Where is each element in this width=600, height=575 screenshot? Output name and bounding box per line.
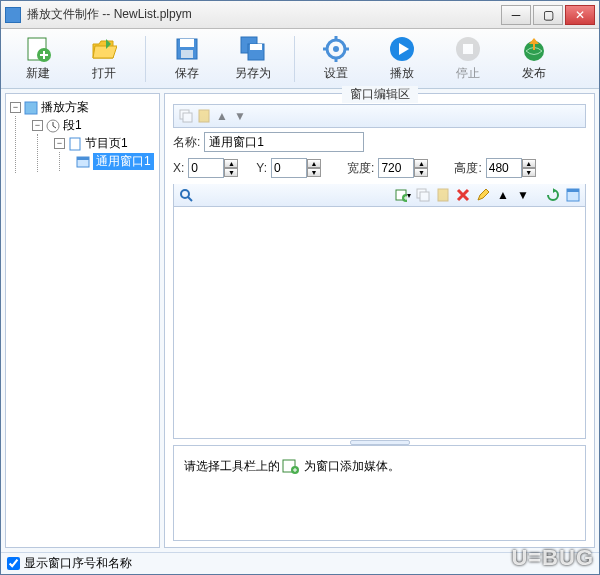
new-button[interactable]: 新建 — [9, 32, 67, 86]
page-icon — [68, 137, 82, 151]
spin-down-icon[interactable]: ▼ — [307, 168, 321, 177]
spin-up-icon[interactable]: ▲ — [522, 159, 536, 168]
properties-icon[interactable] — [565, 187, 581, 203]
y-label: Y: — [256, 161, 267, 175]
group-title: 窗口编辑区 — [342, 86, 418, 103]
new-icon — [24, 35, 52, 63]
clock-icon — [46, 119, 60, 133]
stop-icon — [454, 35, 482, 63]
x-label: X: — [173, 161, 184, 175]
tree-page[interactable]: − 节目页1 — [54, 135, 155, 152]
svg-rect-24 — [183, 113, 192, 122]
hint-text-after: 为窗口添加媒体。 — [304, 458, 400, 475]
open-button[interactable]: 打开 — [75, 32, 133, 86]
svg-rect-34 — [567, 189, 579, 192]
height-label: 高度: — [454, 160, 481, 177]
svg-rect-18 — [25, 102, 37, 114]
minimize-button[interactable]: ─ — [501, 5, 531, 25]
tree-label: 播放方案 — [41, 99, 89, 116]
copy-icon[interactable] — [415, 187, 431, 203]
spin-up-icon[interactable]: ▲ — [307, 159, 321, 168]
svg-rect-16 — [463, 44, 473, 54]
width-label: 宽度: — [347, 160, 374, 177]
tree-window[interactable]: 通用窗口1 — [76, 153, 155, 170]
svg-rect-25 — [199, 110, 209, 122]
add-media-icon — [282, 458, 302, 474]
tree-root[interactable]: − 播放方案 — [10, 99, 155, 116]
expander-icon[interactable]: − — [54, 138, 65, 149]
window-icon — [76, 155, 90, 169]
add-media-icon[interactable]: ▾ — [395, 187, 411, 203]
svg-rect-31 — [420, 192, 429, 201]
spin-down-icon[interactable]: ▼ — [414, 168, 428, 177]
saveas-button[interactable]: 另存为 — [224, 32, 282, 86]
save-button[interactable]: 保存 — [158, 32, 216, 86]
spin-up-icon[interactable]: ▲ — [414, 159, 428, 168]
name-input[interactable] — [204, 132, 364, 152]
hint-panel: 请选择工具栏上的 为窗口添加媒体。 — [173, 445, 586, 541]
tree-label: 通用窗口1 — [93, 153, 154, 170]
main-toolbar: 新建 打开 保存 另存为 设置 播放 停止 发布 — [1, 29, 599, 89]
up-arrow-icon[interactable]: ▲ — [214, 108, 230, 124]
width-spinner[interactable]: ▲▼ — [378, 158, 428, 178]
toolbar-separator — [145, 36, 146, 82]
svg-point-26 — [181, 190, 189, 198]
play-button[interactable]: 播放 — [373, 32, 431, 86]
close-button[interactable]: ✕ — [565, 5, 595, 25]
settings-button[interactable]: 设置 — [307, 32, 365, 86]
hint-text-before: 请选择工具栏上的 — [184, 458, 280, 475]
down-arrow-icon[interactable]: ▼ — [515, 187, 531, 203]
toolbar-separator — [294, 36, 295, 82]
play-icon — [388, 35, 416, 63]
app-window: 播放文件制作 -- NewList.plpym ─ ▢ ✕ 新建 打开 保存 另… — [0, 0, 600, 575]
editor-panel: 窗口编辑区 ▲ ▼ 名称: — [164, 93, 595, 548]
show-window-index-checkbox[interactable] — [7, 557, 20, 570]
svg-rect-32 — [438, 189, 448, 201]
plan-icon — [24, 101, 38, 115]
delete-icon[interactable] — [455, 187, 471, 203]
svg-rect-22 — [77, 157, 89, 160]
checkbox-label: 显示窗口序号和名称 — [24, 555, 132, 572]
y-spinner[interactable]: ▲▼ — [271, 158, 321, 178]
expander-icon[interactable]: − — [10, 102, 21, 113]
height-spinner[interactable]: ▲▼ — [486, 158, 536, 178]
stop-button[interactable]: 停止 — [439, 32, 497, 86]
maximize-button[interactable]: ▢ — [533, 5, 563, 25]
name-label: 名称: — [173, 134, 200, 151]
editor-toolbar-top: ▲ ▼ — [173, 104, 586, 128]
publish-icon — [520, 35, 548, 63]
tree-segment[interactable]: − 段1 — [32, 117, 155, 134]
tree-label: 段1 — [63, 117, 82, 134]
publish-button[interactable]: 发布 — [505, 32, 563, 86]
spin-down-icon[interactable]: ▼ — [224, 168, 238, 177]
tree-panel: − 播放方案 − 段1 — [5, 93, 160, 548]
refresh-icon[interactable] — [545, 187, 561, 203]
svg-point-9 — [333, 46, 339, 52]
saveas-icon — [239, 35, 267, 63]
save-icon — [173, 35, 201, 63]
paste-icon[interactable] — [435, 187, 451, 203]
down-arrow-icon[interactable]: ▼ — [232, 108, 248, 124]
spin-down-icon[interactable]: ▼ — [522, 168, 536, 177]
media-toolbar: ▾ ▲ ▼ — [173, 184, 586, 206]
expander-icon[interactable]: − — [32, 120, 43, 131]
main-area: − 播放方案 − 段1 — [1, 89, 599, 552]
svg-rect-3 — [180, 39, 194, 47]
window-editor-group: 窗口编辑区 ▲ ▼ 名称: — [164, 93, 595, 548]
edit-icon[interactable] — [475, 187, 491, 203]
svg-rect-7 — [250, 44, 262, 50]
paste-icon[interactable] — [196, 108, 212, 124]
gear-icon — [322, 35, 350, 63]
spin-up-icon[interactable]: ▲ — [224, 159, 238, 168]
svg-rect-20 — [70, 138, 80, 150]
statusbar: 显示窗口序号和名称 — [1, 552, 599, 574]
open-icon — [90, 35, 118, 63]
zoom-icon[interactable] — [178, 187, 194, 203]
copy-icon[interactable] — [178, 108, 194, 124]
tree-label: 节目页1 — [85, 135, 128, 152]
x-spinner[interactable]: ▲▼ — [188, 158, 238, 178]
media-list[interactable] — [173, 206, 586, 439]
up-arrow-icon[interactable]: ▲ — [495, 187, 511, 203]
svg-line-27 — [188, 197, 192, 201]
svg-rect-4 — [181, 50, 193, 58]
